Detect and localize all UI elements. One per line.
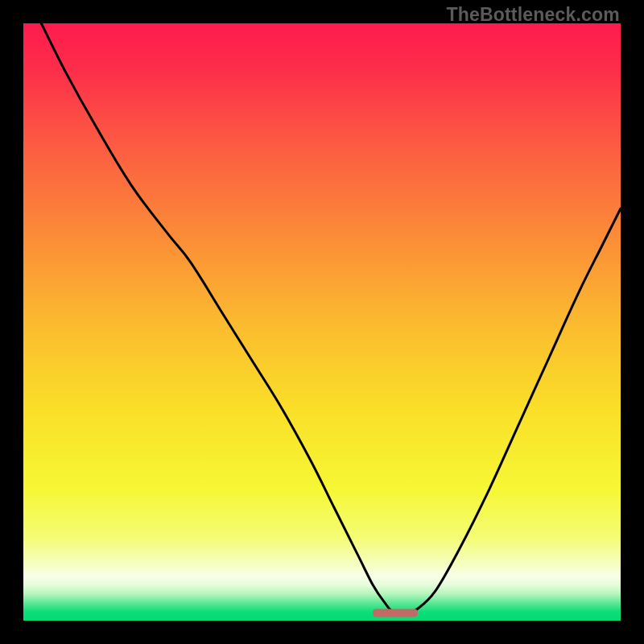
chart-frame: TheBottleneck.com (0, 0, 644, 644)
plot-area (23, 23, 621, 621)
chart-svg (23, 23, 621, 621)
watermark-text: TheBottleneck.com (446, 4, 620, 26)
bottleneck-curve (41, 23, 621, 614)
optimal-marker (373, 609, 418, 617)
